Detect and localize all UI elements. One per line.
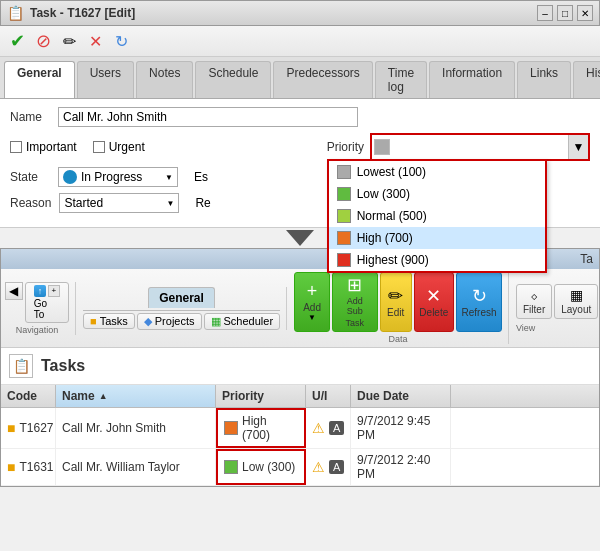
tab-general[interactable]: General bbox=[4, 61, 75, 98]
priority-dropdown-arrow[interactable]: ▼ bbox=[568, 135, 588, 159]
add-subtask-label2: Task bbox=[346, 318, 365, 328]
second-window: Ta ◀ ↑ + Go To bbox=[0, 248, 600, 487]
nav-top: ◀ ↑ + Go To bbox=[5, 282, 69, 323]
tasks-list-button[interactable]: ■ Tasks bbox=[83, 313, 135, 329]
refresh-data-button[interactable]: ↻ Refresh bbox=[456, 272, 502, 332]
tabs-bar: General Users Notes Schedule Predecessor… bbox=[0, 57, 600, 99]
priority-label-normal: Normal (500) bbox=[357, 209, 427, 223]
tab-links[interactable]: Links bbox=[517, 61, 571, 98]
col-label-code: Code bbox=[7, 389, 37, 403]
minimize-button[interactable]: – bbox=[537, 5, 553, 21]
urgent-checkbox-item: Urgent bbox=[93, 140, 145, 154]
tab-users[interactable]: Users bbox=[77, 61, 134, 98]
priority-option-low[interactable]: Low (300) bbox=[329, 183, 545, 205]
edit-data-label: Edit bbox=[387, 307, 404, 318]
add-button[interactable]: + Add ▼ bbox=[294, 272, 330, 332]
tab-history[interactable]: History bbox=[573, 61, 600, 98]
add-subtask-button[interactable]: ⊞ Add Sub Task bbox=[332, 272, 378, 332]
filter-button[interactable]: ⬦ Filter bbox=[516, 284, 552, 319]
name-input[interactable] bbox=[58, 107, 358, 127]
title-bar-controls: – □ ✕ bbox=[537, 5, 593, 21]
priority-option-high[interactable]: High (700) bbox=[329, 227, 545, 249]
reason-value: Started bbox=[64, 196, 103, 210]
tab-timelog[interactable]: Time log bbox=[375, 61, 427, 98]
cell-priority-value-1: High (700) bbox=[242, 414, 298, 442]
cell-priority-value-2: Low (300) bbox=[242, 460, 295, 474]
important-label: Important bbox=[26, 140, 77, 154]
nav-section: ◀ ↑ + Go To Navig bbox=[5, 282, 76, 335]
data-section-wrapper: + Add ▼ ⊞ Add Sub Task ✏ Edit ✕ Delete bbox=[294, 272, 509, 344]
tab-predecessors[interactable]: Predecessors bbox=[273, 61, 372, 98]
add-subtask-label: Add Sub bbox=[339, 296, 371, 316]
user-badge-1: A bbox=[329, 421, 344, 435]
cell-priority-1: High (700) bbox=[216, 408, 306, 448]
cell-duedate-value-1: 9/7/2012 9:45 PM bbox=[357, 414, 444, 442]
urgent-label: Urgent bbox=[109, 140, 145, 154]
tab-schedule[interactable]: Schedule bbox=[195, 61, 271, 98]
cell-name-1: Call Mr. John Smith bbox=[56, 408, 216, 448]
filter-icon: ⬦ bbox=[530, 288, 538, 302]
edit-data-icon: ✏ bbox=[388, 287, 403, 305]
table-row[interactable]: ■ T1631 Call Mr. William Taylor Low (300… bbox=[1, 449, 599, 486]
priority-label-lowest: Lowest (100) bbox=[357, 165, 426, 179]
refresh-icon: ↻ bbox=[115, 32, 128, 51]
scheduler-list-button[interactable]: ▦ Scheduler bbox=[204, 313, 281, 330]
second-tab-general[interactable]: General bbox=[148, 287, 215, 308]
window-title: Task - T1627 [Edit] bbox=[30, 6, 135, 20]
window-icon: 📋 bbox=[7, 5, 24, 21]
cell-code-value-1: T1627 bbox=[19, 421, 53, 435]
priority-row: Important Urgent Priority ▼ Lowest bbox=[10, 133, 590, 161]
back-button[interactable]: ◀ bbox=[5, 282, 23, 300]
refresh-button[interactable]: ↻ bbox=[110, 30, 132, 52]
tasks-title: Tasks bbox=[41, 357, 85, 375]
title-bar: 📋 Task - T1627 [Edit] – □ ✕ bbox=[0, 0, 600, 26]
name-label: Name bbox=[10, 110, 50, 124]
priority-option-normal[interactable]: Normal (500) bbox=[329, 205, 545, 227]
goto-button[interactable]: ↑ + Go To bbox=[25, 282, 69, 323]
delete-data-button[interactable]: ✕ Delete bbox=[414, 272, 454, 332]
priority-label-low: Low (300) bbox=[357, 187, 410, 201]
sort-arrow-name: ▲ bbox=[99, 391, 108, 401]
reason-arrow: ▼ bbox=[166, 199, 174, 208]
cell-duedate-1: 9/7/2012 9:45 PM bbox=[351, 408, 451, 448]
col-header-name[interactable]: Name ▲ bbox=[56, 385, 216, 407]
projects-list-icon: ◆ bbox=[144, 315, 152, 328]
tab-information[interactable]: Information bbox=[429, 61, 515, 98]
add-subtask-icon: ⊞ bbox=[347, 276, 362, 294]
layout-button[interactable]: ▦ Layout bbox=[554, 284, 598, 319]
col-header-code: Code bbox=[1, 385, 56, 407]
cell-code-1: ■ T1627 bbox=[1, 408, 56, 448]
maximize-button[interactable]: □ bbox=[557, 5, 573, 21]
priority-input[interactable] bbox=[392, 138, 568, 156]
delete-button[interactable]: ✕ bbox=[84, 30, 106, 52]
add-icon: + bbox=[307, 282, 318, 300]
refresh-data-label: Refresh bbox=[462, 307, 497, 318]
cell-ui-2: ⚠ A bbox=[306, 449, 351, 485]
view-section-label: View bbox=[516, 323, 535, 333]
urgent-checkbox[interactable] bbox=[93, 141, 105, 153]
table-row[interactable]: ■ T1627 Call Mr. John Smith High (700) ⚠… bbox=[1, 408, 599, 449]
edit-data-button[interactable]: ✏ Edit bbox=[380, 272, 412, 332]
state-arrow: ▼ bbox=[165, 173, 173, 182]
cancel-button[interactable]: ⊘ bbox=[32, 30, 54, 52]
priority-select-wrapper: ▼ bbox=[370, 133, 590, 161]
priority-option-lowest[interactable]: Lowest (100) bbox=[329, 161, 545, 183]
important-checkbox[interactable] bbox=[10, 141, 22, 153]
projects-list-button[interactable]: ◆ Projects bbox=[137, 313, 202, 330]
data-section-label: Data bbox=[389, 334, 408, 344]
row-icon-1: ■ bbox=[7, 420, 15, 436]
checkboxes: Important Urgent bbox=[10, 140, 145, 154]
save-button[interactable]: ✔ bbox=[6, 30, 28, 52]
cell-name-2: Call Mr. William Taylor bbox=[56, 449, 216, 485]
priority-option-highest[interactable]: Highest (900) bbox=[329, 249, 545, 271]
close-button[interactable]: ✕ bbox=[577, 5, 593, 21]
col-label-duedate: Due Date bbox=[357, 389, 409, 403]
cell-priority-2: Low (300) bbox=[216, 449, 306, 485]
state-select[interactable]: In Progress ▼ bbox=[58, 167, 178, 187]
important-checkbox-item: Important bbox=[10, 140, 77, 154]
priority-color-highest bbox=[337, 253, 351, 267]
tab-notes[interactable]: Notes bbox=[136, 61, 193, 98]
cell-duedate-2: 9/7/2012 2:40 PM bbox=[351, 449, 451, 485]
edit-button[interactable]: ✏ bbox=[58, 30, 80, 52]
reason-select[interactable]: Started ▼ bbox=[59, 193, 179, 213]
